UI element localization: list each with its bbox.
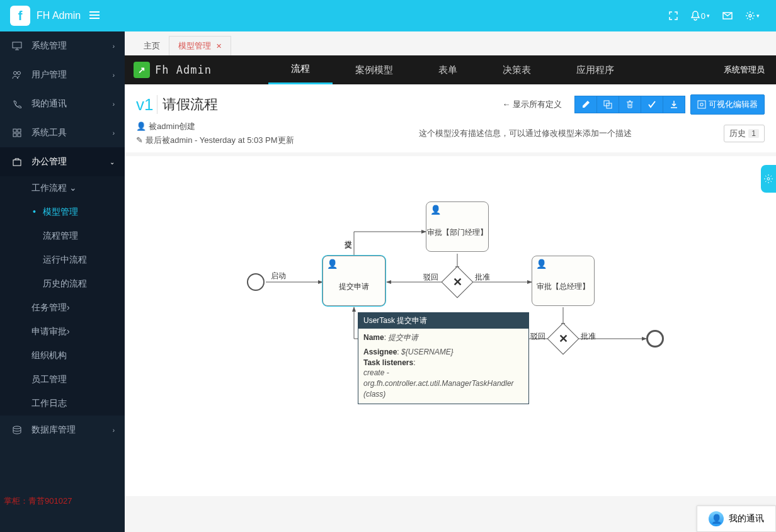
chat-widget[interactable]: 👤 我的通讯 [697, 506, 776, 532]
notifications-button[interactable]: 0 ▾ [691, 11, 710, 21]
settings-button[interactable]: ▾ [745, 11, 760, 21]
pencil-icon: ✎ [136, 135, 143, 145]
start-event[interactable] [247, 273, 265, 291]
mail-button[interactable] [722, 12, 733, 20]
copy-button[interactable] [597, 96, 619, 113]
model-title: 请假流程 [157, 95, 218, 114]
sidebar-sub-staff[interactable]: 员工管理 [0, 368, 125, 392]
inner-header: ↗ Fh Admin 流程 案例模型 表单 决策表 应用程序 系统管理员 [125, 55, 776, 84]
nav-app[interactable]: 应用程序 [554, 55, 637, 84]
svg-rect-16 [698, 101, 705, 108]
tab-model-mgmt[interactable]: 模型管理 ✕ [169, 36, 231, 55]
svg-rect-11 [18, 133, 21, 137]
sidebar-footer: 掌柜：青苔901027 [0, 495, 125, 507]
chevron-down-icon: ⌄ [110, 159, 115, 166]
sidebar-item-office[interactable]: 办公管理 ⌄ [0, 147, 125, 176]
tooltip-heading: UserTask 提交申请 [358, 313, 528, 329]
chevron-right-icon: › [113, 101, 115, 108]
main: 主页 模型管理 ✕ ↗ Fh Admin 流程 案例模型 表单 决策表 应用程序… [125, 31, 776, 532]
sidebar-sub-workflow[interactable]: 工作流程 ⌄ [0, 176, 125, 200]
sidebar-sub-org[interactable]: 组织机构 [0, 344, 125, 368]
sidebar-item-tools[interactable]: 系统工具 › [0, 118, 125, 147]
svg-rect-10 [13, 133, 16, 137]
sidebar-item-database[interactable]: 数据库管理 › [0, 416, 125, 444]
sidebar-sub-history[interactable]: 历史的流程 [11, 272, 125, 296]
end-event[interactable] [646, 330, 664, 348]
svg-rect-9 [18, 129, 21, 132]
user-icon: 👤 [136, 122, 146, 131]
svg-point-4 [749, 14, 751, 17]
nav-decision[interactable]: 决策表 [480, 55, 554, 84]
nav-case[interactable]: 案例模型 [333, 55, 416, 84]
confirm-button[interactable] [641, 96, 663, 113]
tab-home[interactable]: 主页 [135, 37, 169, 55]
sidebar-item-users[interactable]: 用户管理 › [0, 60, 125, 89]
inner-logo: ↗ [134, 62, 150, 78]
user-icon: 👤 [327, 259, 338, 269]
sidebar-sub-tasks[interactable]: 任务管理› [0, 296, 125, 320]
svg-rect-8 [13, 129, 16, 132]
phone-icon [11, 99, 23, 108]
history-count: 1 [748, 129, 759, 138]
sidebar-item-comm[interactable]: 我的通讯 › [0, 89, 125, 118]
database-icon [11, 426, 23, 434]
delete-button[interactable] [619, 96, 641, 113]
chevron-right-icon: › [113, 427, 115, 434]
sidebar-item-system[interactable]: 系统管理 › [0, 31, 125, 60]
svg-rect-5 [13, 42, 21, 48]
model-toolbar: v1 请假流程 ← 显示所有定义 可视化编辑器 👤被admin创建 ✎最后被ad… [125, 84, 776, 152]
flow-label-start: 启动 [271, 271, 286, 281]
sidebar-sub-running[interactable]: 运行中流程 [11, 248, 125, 272]
task-submit[interactable]: 👤 提交申请 [322, 256, 385, 306]
task-dept-approve[interactable]: 👤 审批【部门经理】 [426, 201, 489, 252]
tab-close-icon[interactable]: ✕ [216, 42, 222, 50]
sidebar-office-sub: 工作流程 ⌄ 模型管理 流程管理 运行中流程 历史的流程 任务管理› 申请审批›… [0, 176, 125, 416]
last-edit: 最后被admin - Yesterday at 5:03 PM更新 [146, 135, 294, 145]
sidebar-sub-worklog[interactable]: 工作日志 [0, 392, 125, 416]
visual-editor-button[interactable]: 可视化编辑器 [690, 94, 765, 115]
inner-brand: Fh Admin [155, 64, 212, 76]
sidebar-toggle[interactable] [89, 11, 100, 21]
svg-rect-12 [13, 160, 21, 166]
bell-count: 0 [701, 11, 705, 21]
edit-button[interactable] [574, 96, 597, 113]
nav-form[interactable]: 表单 [416, 55, 480, 84]
avatar-icon: 👤 [709, 511, 724, 526]
flow-label-approve1: 批准 [475, 272, 490, 283]
grid-icon [11, 128, 23, 137]
sidebar-sub-process-mgmt[interactable]: 流程管理 [11, 224, 125, 248]
task-gm-approve[interactable]: 👤 审批【总经理】 [532, 256, 595, 306]
svg-point-6 [14, 72, 17, 75]
svg-point-13 [13, 426, 21, 429]
show-all-link[interactable]: ← 显示所有定义 [502, 99, 562, 110]
sidebar-sub-model-mgmt[interactable]: 模型管理 [11, 200, 125, 224]
tabbar: 主页 模型管理 ✕ [125, 31, 776, 55]
app-brand: FH Admin [37, 10, 81, 21]
current-user: 系统管理员 [712, 64, 776, 76]
fullscreen-button[interactable] [668, 11, 678, 21]
flow-label-reject2: 驳回 [530, 331, 545, 342]
app-logo: f [10, 6, 30, 26]
bpmn-canvas[interactable]: 启动 👤 提交申请 👤 审批【部门经理】 ✕ 👤 审批【总经理】 ✕ 提交 驳回… [125, 156, 776, 496]
download-button[interactable] [663, 96, 685, 113]
created-by: 被admin创建 [149, 122, 195, 131]
monitor-icon [11, 42, 23, 50]
flow-label-approve2: 批准 [581, 331, 596, 342]
flow-label-reject1: 驳回 [423, 272, 438, 283]
chevron-down-icon: ⌄ [69, 183, 77, 193]
desc-hint: 这个模型没有描述信息，可以通过修改模型来添加一个描述 [419, 128, 724, 139]
side-settings-button[interactable] [761, 165, 776, 193]
history-button[interactable]: 历史 1 [724, 125, 765, 142]
user-icon: 👤 [536, 259, 547, 269]
users-icon [11, 71, 23, 79]
chevron-right-icon: › [113, 43, 115, 50]
chevron-right-icon: › [113, 130, 115, 137]
nav-process[interactable]: 流程 [268, 55, 333, 84]
sidebar-sub-approvals[interactable]: 申请审批› [0, 320, 125, 344]
user-icon: 👤 [430, 205, 441, 215]
svg-point-7 [18, 72, 21, 75]
chat-label: 我的通讯 [729, 513, 764, 524]
topbar: f FH Admin 0 ▾ ▾ [0, 0, 776, 31]
briefcase-icon [11, 157, 23, 166]
task-tooltip: UserTask 提交申请 Name: 提交申请 Assignee: ${USE… [358, 312, 529, 404]
